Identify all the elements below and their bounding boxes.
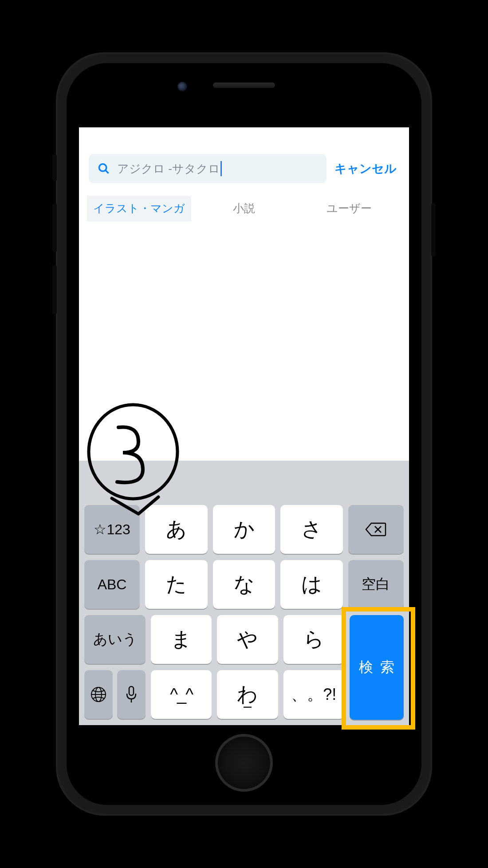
tab-novel[interactable]: 小説	[192, 196, 296, 221]
volume-up	[52, 203, 57, 252]
key-ha[interactable]: は	[280, 560, 343, 609]
key-sa[interactable]: さ	[280, 505, 343, 554]
phone-frame: アジクロ -サタクロ キャンセル イラスト・マンガ 小説 ユーザー	[56, 52, 432, 816]
key-backspace[interactable]	[348, 505, 404, 554]
key-num-mode[interactable]: ☆123	[84, 505, 140, 554]
text-cursor	[220, 161, 222, 176]
key-wa[interactable]: わ ー	[217, 670, 278, 719]
phone-bezel: アジクロ -サタクロ キャンセル イラスト・マンガ 小説 ユーザー	[67, 63, 421, 805]
search-tabs: イラスト・マンガ 小説 ユーザー	[87, 196, 401, 221]
home-button[interactable]	[215, 734, 273, 792]
backspace-icon	[365, 521, 386, 537]
key-a[interactable]: あ	[145, 505, 208, 554]
key-na[interactable]: な	[213, 560, 275, 609]
power-button	[431, 203, 436, 256]
key-ma[interactable]: ま	[151, 615, 212, 664]
key-punct[interactable]: 、。?!	[283, 670, 344, 719]
search-input[interactable]: アジクロ -サタクロ	[89, 154, 327, 183]
key-ta[interactable]: た	[145, 560, 208, 609]
key-globe[interactable]	[84, 670, 113, 719]
key-aiu-mode[interactable]: あいう	[84, 615, 146, 664]
key-ya[interactable]: や	[217, 615, 278, 664]
mic-icon	[126, 686, 137, 703]
phone-notch	[213, 83, 275, 88]
content-area	[79, 221, 409, 461]
volume-down	[52, 265, 57, 314]
key-abc-mode[interactable]: ABC	[84, 560, 140, 609]
svg-line-1	[106, 170, 108, 173]
camera-icon	[177, 82, 187, 91]
screen: アジクロ -サタクロ キャンセル イラスト・マンガ 小説 ユーザー	[79, 127, 409, 725]
cancel-button[interactable]: キャンセル	[335, 161, 399, 177]
svg-point-0	[99, 164, 106, 171]
mute-switch	[52, 154, 57, 181]
tab-illust-manga[interactable]: イラスト・マンガ	[87, 196, 191, 221]
svg-rect-8	[129, 687, 134, 695]
search-header: アジクロ -サタクロ キャンセル	[79, 127, 409, 191]
key-caret[interactable]: ^_^	[151, 670, 212, 719]
search-icon	[98, 162, 110, 175]
key-space[interactable]: 空白	[348, 560, 404, 609]
speaker-grille	[213, 83, 275, 88]
key-search[interactable]: 検索	[350, 615, 404, 720]
key-ra[interactable]: ら	[283, 615, 344, 664]
globe-icon	[90, 686, 107, 703]
tab-user[interactable]: ユーザー	[297, 196, 401, 221]
keyboard: ☆123 あ か さ ABC	[79, 461, 409, 725]
key-ka[interactable]: か	[213, 505, 275, 554]
key-wa-sub: ー	[217, 701, 278, 714]
key-mic[interactable]	[117, 670, 146, 719]
search-value: アジクロ -サタクロ	[117, 161, 220, 177]
